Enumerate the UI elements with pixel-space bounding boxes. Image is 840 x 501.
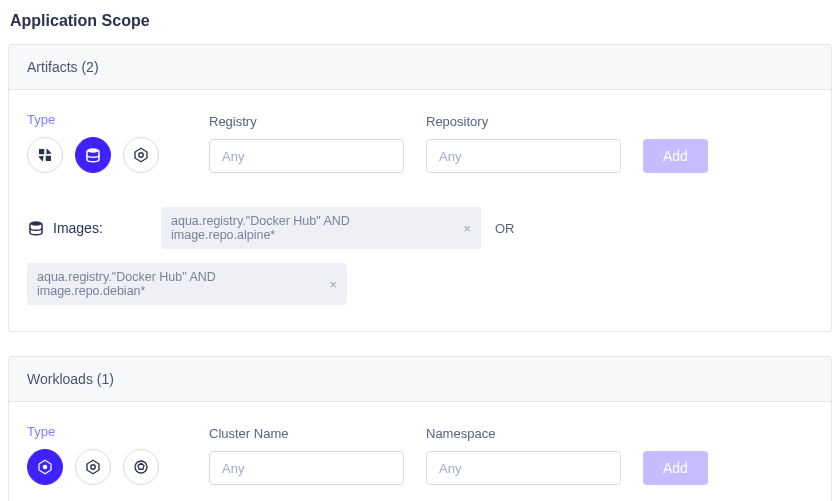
workloads-panel: Workloads (1) Type Cluster Name	[8, 356, 832, 501]
artifacts-type-label: Type	[27, 112, 187, 127]
workloads-header: Workloads (1)	[9, 357, 831, 402]
workload-type-app-icon[interactable]	[123, 449, 159, 485]
remove-chip-icon[interactable]: ×	[463, 222, 471, 235]
namespace-label: Namespace	[426, 426, 621, 441]
repository-input[interactable]	[426, 139, 621, 173]
workload-type-kubernetes-icon[interactable]	[27, 449, 63, 485]
cluster-input[interactable]	[209, 451, 404, 485]
images-summary-label: Images:	[27, 219, 147, 237]
artifacts-header: Artifacts (2)	[9, 45, 831, 90]
svg-marker-1	[135, 148, 147, 162]
artifact-type-image-icon[interactable]	[75, 137, 111, 173]
svg-point-2	[139, 153, 144, 158]
workloads-add-button[interactable]: Add	[643, 451, 708, 485]
chip-text: aqua.registry."Docker Hub" AND image.rep…	[37, 270, 319, 298]
svg-point-3	[30, 221, 42, 226]
artifact-filter-chip: aqua.registry."Docker Hub" AND image.rep…	[161, 207, 481, 249]
svg-point-7	[91, 465, 96, 470]
cluster-label: Cluster Name	[209, 426, 404, 441]
artifact-type-package-icon[interactable]	[123, 137, 159, 173]
artifact-filter-chip: aqua.registry."Docker Hub" AND image.rep…	[27, 263, 347, 305]
svg-marker-6	[87, 460, 99, 474]
database-icon	[27, 219, 45, 237]
artifacts-add-button[interactable]: Add	[643, 139, 708, 173]
chip-text: aqua.registry."Docker Hub" AND image.rep…	[171, 214, 453, 242]
page-title: Application Scope	[10, 12, 832, 30]
svg-point-0	[87, 148, 99, 153]
remove-chip-icon[interactable]: ×	[329, 278, 337, 291]
artifact-type-function-icon[interactable]	[27, 137, 63, 173]
repository-label: Repository	[426, 114, 621, 129]
svg-point-5	[43, 465, 46, 468]
workloads-type-label: Type	[27, 424, 187, 439]
artifacts-panel: Artifacts (2) Type Registry	[8, 44, 832, 332]
registry-label: Registry	[209, 114, 404, 129]
namespace-input[interactable]	[426, 451, 621, 485]
or-label: OR	[495, 221, 515, 236]
workload-type-container-icon[interactable]	[75, 449, 111, 485]
registry-input[interactable]	[209, 139, 404, 173]
